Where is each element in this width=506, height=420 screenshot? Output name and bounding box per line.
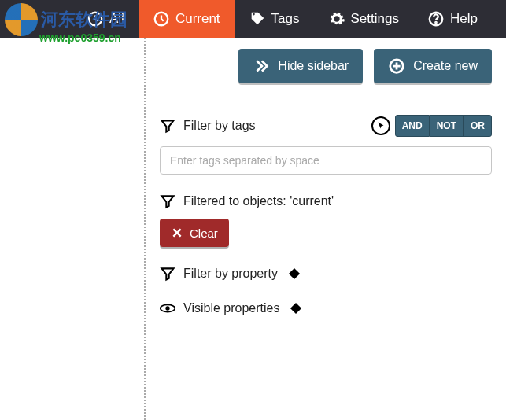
- diamond-icon: [290, 303, 301, 314]
- nav-help-label: Help: [450, 11, 478, 27]
- filter-by-tags-section: Filter by tags AND NOT OR: [160, 115, 492, 175]
- close-icon: [171, 227, 183, 239]
- nav-settings[interactable]: Settings: [314, 0, 413, 38]
- filter-icon: [160, 193, 175, 209]
- logic-or-button[interactable]: OR: [464, 115, 492, 137]
- filter-icon: [160, 266, 175, 282]
- clock-icon: [87, 10, 104, 28]
- filter-by-tags-header: Filter by tags AND NOT OR: [160, 115, 492, 137]
- nav-settings-label: Settings: [351, 11, 399, 27]
- nav-help[interactable]: Help: [413, 0, 492, 38]
- main-panel: Hide sidebar Create new Filter by tags: [146, 38, 506, 420]
- filter-icon: [160, 118, 175, 134]
- content-area: Hide sidebar Create new Filter by tags: [0, 38, 506, 420]
- logic-toggle-group: AND NOT OR: [395, 115, 492, 137]
- nav-current[interactable]: Current: [139, 0, 235, 38]
- clear-label: Clear: [190, 227, 218, 240]
- filtered-objects-label: Filtered to objects: 'current': [183, 194, 334, 208]
- logic-and-button[interactable]: AND: [395, 115, 430, 137]
- gear-icon: [328, 10, 345, 28]
- plus-circle-icon: [388, 57, 405, 75]
- nav-tags[interactable]: Tags: [235, 0, 314, 38]
- logic-not-button[interactable]: NOT: [430, 115, 464, 137]
- tags-input[interactable]: [160, 146, 492, 175]
- filter-by-property-section[interactable]: Filter by property: [160, 266, 492, 282]
- hide-sidebar-button[interactable]: Hide sidebar: [238, 49, 363, 83]
- filter-by-property-label: Filter by property: [183, 267, 278, 281]
- hide-sidebar-label: Hide sidebar: [278, 59, 349, 73]
- clock-icon: [153, 10, 170, 28]
- filtered-objects-section: Filtered to objects: 'current' Clear: [160, 193, 492, 247]
- clear-button[interactable]: Clear: [160, 219, 229, 247]
- svg-point-3: [435, 22, 436, 23]
- tag-icon: [249, 10, 266, 28]
- nav-tags-label: Tags: [271, 11, 300, 27]
- chevrons-right-icon: [253, 57, 270, 75]
- diamond-icon: [289, 268, 300, 279]
- visible-properties-section[interactable]: Visible properties: [160, 300, 492, 316]
- filter-by-tags-label: Filter by tags: [183, 119, 256, 133]
- top-nav: All Current Tags Settings Help: [0, 0, 506, 38]
- left-gutter: [0, 38, 146, 420]
- nav-all[interactable]: All: [0, 0, 139, 38]
- create-new-button[interactable]: Create new: [374, 49, 492, 83]
- action-row: Hide sidebar Create new: [160, 49, 492, 83]
- nav-all-label: All: [109, 11, 124, 27]
- nav-current-label: Current: [175, 11, 220, 27]
- help-icon: [427, 10, 445, 28]
- create-new-label: Create new: [413, 59, 478, 73]
- svg-point-6: [165, 306, 169, 310]
- pointer-circle-icon[interactable]: [371, 116, 390, 135]
- visible-properties-label: Visible properties: [183, 301, 279, 315]
- eye-icon: [160, 300, 175, 316]
